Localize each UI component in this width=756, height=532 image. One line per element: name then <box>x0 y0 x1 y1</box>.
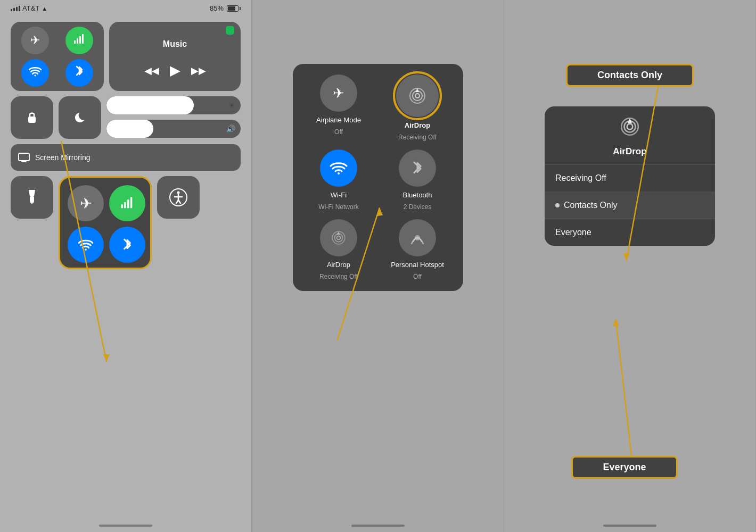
airdrop-menu-header: AirDrop <box>545 106 715 165</box>
svg-rect-7 <box>30 196 34 203</box>
sliders: ☀ 🔊 <box>106 96 241 139</box>
everyone-label: Everyone <box>555 228 591 237</box>
airdrop-popup: ✈ Airplane Mode Off AirDrop R <box>293 64 463 291</box>
screen-mirroring-button[interactable]: Screen Mirroring <box>11 144 241 171</box>
accessibility-button[interactable] <box>157 176 200 219</box>
airdrop-menu: AirDrop Receiving Off Contacts Only Ever… <box>545 106 715 246</box>
bluetooth-item-sublabel: 2 Devices <box>404 203 432 211</box>
airdrop-label: AirDrop <box>405 121 430 129</box>
svg-line-20 <box>178 200 180 203</box>
airdrop-small-sublabel: Receiving Off <box>319 273 358 280</box>
music-controls[interactable]: ◀◀ ▶ ▶▶ <box>144 62 206 79</box>
contacts-only-item[interactable]: Contacts Only <box>545 192 715 219</box>
airplay-icon <box>225 26 235 39</box>
airdrop-small-item[interactable]: AirDrop Receiving Off <box>303 219 374 280</box>
signal-bars <box>11 6 20 11</box>
svg-rect-10 <box>121 204 123 208</box>
wifi-item-label: Wi-Fi <box>331 191 347 199</box>
brightness-slider[interactable]: ☀ <box>106 96 241 114</box>
home-indicator-3 <box>603 525 656 527</box>
airdrop-menu-container: AirDrop Receiving Off Contacts Only Ever… <box>545 106 715 246</box>
flashlight-button[interactable] <box>11 176 53 219</box>
svg-marker-22 <box>103 354 110 362</box>
svg-rect-5 <box>28 117 36 123</box>
next-button[interactable]: ▶▶ <box>191 65 206 77</box>
svg-rect-1 <box>77 38 78 44</box>
bluetooth-button[interactable] <box>65 59 93 87</box>
top-row: ✈ <box>11 22 241 91</box>
airplane-mode-icon: ✈ <box>320 74 357 112</box>
control-center: ✈ <box>0 14 251 277</box>
airdrop-menu-title: AirDrop <box>613 146 646 157</box>
airdrop-highlighted-wrap <box>396 74 439 117</box>
bluetooth-item[interactable]: Bluetooth 2 Devices <box>382 149 453 211</box>
do-not-disturb-button[interactable] <box>59 96 101 139</box>
svg-rect-6 <box>19 153 29 161</box>
contacts-only-dot <box>555 203 560 207</box>
everyone-annotation: Everyone <box>571 456 678 479</box>
airplane-mode-item[interactable]: ✈ Airplane Mode Off <box>303 74 374 141</box>
brightness-icon: ☀ <box>228 101 235 110</box>
hotspot-item[interactable]: Personal Hotspot Off <box>382 219 453 280</box>
status-bar: AT&T ▲ 85% <box>0 0 251 14</box>
play-button[interactable]: ▶ <box>170 62 180 79</box>
svg-marker-8 <box>29 190 35 196</box>
connectivity-large-container: ✈ <box>59 176 152 269</box>
volume-icon: 🔊 <box>226 124 235 133</box>
contacts-only-annotation: Contacts Only <box>566 64 694 87</box>
battery-percent: 85% <box>210 4 224 12</box>
bluetooth-item-icon <box>399 149 436 187</box>
carrier-label: AT&T <box>22 4 39 12</box>
svg-point-14 <box>85 249 87 251</box>
airdrop-item-highlighted[interactable]: AirDrop Receiving Off <box>382 74 453 141</box>
music-title: Music <box>163 39 187 49</box>
airplane-large-button[interactable]: ✈ <box>68 185 104 221</box>
receiving-off-item[interactable]: Receiving Off <box>545 165 715 192</box>
contacts-only-annotation-text: Contacts Only <box>597 70 662 80</box>
panel-airdrop-menu: Contacts Only AirDrop Receiving Off <box>504 0 756 532</box>
contacts-only-label: Contacts Only <box>564 201 617 210</box>
svg-point-16 <box>177 192 180 194</box>
wifi-item-icon <box>320 149 357 187</box>
cellular-button[interactable] <box>65 27 93 54</box>
rotation-lock-button[interactable] <box>11 96 53 139</box>
location-icon: ▲ <box>42 5 47 12</box>
airdrop-small-label: AirDrop <box>327 261 350 269</box>
airdrop-small-icon <box>320 219 357 256</box>
airdrop-menu-header-icon <box>619 116 640 142</box>
cellular-icon <box>73 33 86 48</box>
svg-point-4 <box>34 75 36 77</box>
home-indicator-2 <box>351 525 405 527</box>
hotspot-status: Off <box>413 273 422 280</box>
bluetooth-icon <box>75 64 84 81</box>
wifi-item[interactable]: Wi-Fi Wi-Fi Network <box>303 149 374 211</box>
svg-point-29 <box>337 236 341 240</box>
panel-control-center: AT&T ▲ 85% ✈ <box>0 0 252 532</box>
music-widget[interactable]: Music ◀◀ ▶ ▶▶ <box>109 22 241 91</box>
wifi-item-sublabel: Wi-Fi Network <box>318 203 358 211</box>
volume-slider[interactable]: 🔊 <box>106 120 241 138</box>
svg-rect-13 <box>130 197 133 208</box>
svg-rect-0 <box>74 40 76 44</box>
bluetooth-large-button[interactable] <box>109 227 145 263</box>
airplane-mode-label: Airplane Mode <box>316 116 361 124</box>
middle-row: ☀ 🔊 <box>11 96 241 139</box>
status-right: 85% <box>210 4 241 12</box>
connectivity-large-widget[interactable]: ✈ <box>59 176 152 269</box>
bottom-row: ✈ <box>11 176 241 269</box>
svg-rect-11 <box>124 202 126 209</box>
airplane-mode-button[interactable]: ✈ <box>21 27 49 54</box>
receiving-off-label: Receiving Off <box>555 173 606 183</box>
connectivity-widget[interactable]: ✈ <box>11 22 104 91</box>
wifi-icon <box>29 66 42 79</box>
airplane-large-icon: ✈ <box>80 195 92 212</box>
everyone-item[interactable]: Everyone <box>545 219 715 246</box>
svg-point-35 <box>627 124 633 130</box>
wifi-large-button[interactable] <box>68 227 104 263</box>
prev-button[interactable]: ◀◀ <box>144 65 159 77</box>
cellular-large-button[interactable] <box>109 185 145 221</box>
wifi-button[interactable] <box>21 59 49 87</box>
hotspot-icon <box>399 219 436 256</box>
airdrop-sublabel: Receiving Off <box>398 134 437 141</box>
svg-rect-3 <box>82 34 84 44</box>
